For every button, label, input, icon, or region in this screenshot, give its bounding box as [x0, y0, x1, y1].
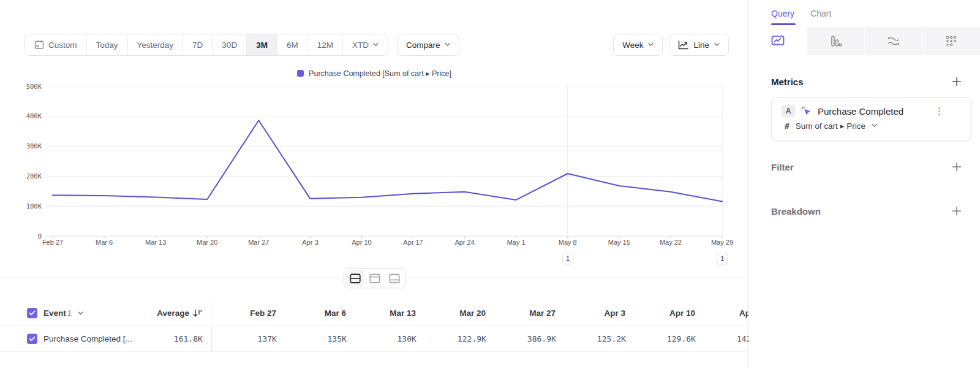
breakdown-label: Breakdown: [771, 206, 821, 217]
split-view-icon: [350, 274, 361, 283]
add-filter-button[interactable]: [952, 162, 962, 172]
annotation-badge[interactable]: 1: [717, 253, 728, 264]
svg-text:Apr 10: Apr 10: [352, 239, 371, 246]
annotation-badge[interactable]: 1: [562, 253, 573, 264]
table-header-row: Event1 Average Feb 27 Mar 6 Mar 13 Mar 2…: [0, 301, 748, 326]
cell-value: 122.9K: [421, 334, 491, 343]
svg-text:Mar 20: Mar 20: [197, 239, 217, 246]
svg-text:May 29: May 29: [711, 239, 733, 246]
date-range-custom[interactable]: Custom: [25, 34, 87, 55]
date-range-7d[interactable]: 7D: [183, 34, 213, 55]
svg-text:Feb 27: Feb 27: [42, 239, 63, 246]
svg-text:Apr 17: Apr 17: [403, 239, 423, 246]
metric-aggregation-dropdown[interactable]: # Sum of cart ▸ Price: [782, 121, 961, 131]
layout-table-only-button[interactable]: [385, 270, 404, 286]
cell-value: 142.4K: [701, 334, 748, 343]
cell-value: 129.6K: [631, 334, 701, 343]
chevron-down-icon: [714, 43, 720, 47]
cell-value: 130K: [352, 334, 421, 343]
layout-toggle-group: [344, 268, 406, 288]
report-main-panel: Custom Today Yesterday 7D 30D 3M 6M 12M …: [0, 0, 748, 368]
check-icon: [29, 336, 36, 342]
column-header[interactable]: Mar 13: [351, 309, 421, 318]
add-metric-button[interactable]: [952, 77, 962, 86]
table-row[interactable]: Purchase Completed [... 161.8K 137K 135K…: [0, 326, 748, 352]
svg-text:Apr 24: Apr 24: [454, 239, 474, 246]
chart-type-insights-button[interactable]: [749, 27, 807, 55]
svg-text:Mar 27: Mar 27: [248, 239, 269, 246]
query-builder-panel: Query Chart: [748, 0, 980, 368]
tab-query[interactable]: Query: [771, 0, 794, 27]
panel-tabs: Query Chart: [749, 0, 980, 27]
metrics-title: Metrics: [771, 77, 804, 87]
cell-value: 137K: [212, 334, 282, 343]
metric-card[interactable]: A Purchase Completed ⋮ # Sum of cart ▸ P…: [771, 97, 971, 141]
column-header[interactable]: Apr 10: [630, 309, 700, 318]
toolbar: Custom Today Yesterday 7D 30D 3M 6M 12M …: [24, 34, 729, 56]
filter-section: Filter: [771, 157, 962, 177]
column-header[interactable]: Mar 20: [421, 309, 491, 318]
layout-chart-only-button[interactable]: [366, 270, 384, 286]
column-header[interactable]: Mar 6: [281, 309, 351, 318]
add-breakdown-button[interactable]: [952, 206, 962, 216]
metric-series-badge: A: [782, 105, 795, 117]
event-count: 1: [67, 309, 72, 318]
svg-text:500K: 500K: [26, 83, 42, 90]
granularity-dropdown[interactable]: Week: [613, 34, 663, 56]
breakdown-section: Breakdown: [771, 201, 962, 221]
row-checkbox[interactable]: [27, 334, 37, 344]
sort-descending-icon: [193, 309, 202, 318]
tab-chart[interactable]: Chart: [810, 0, 831, 27]
chart-type-funnels-button[interactable]: [807, 27, 865, 55]
date-range-xtd[interactable]: XTD: [343, 34, 388, 55]
chevron-down-icon: [872, 124, 877, 128]
flows-icon: [887, 35, 900, 47]
svg-text:May 22: May 22: [660, 239, 682, 246]
column-header[interactable]: Mar 27: [491, 309, 560, 318]
chevron-down-icon: [648, 43, 654, 47]
svg-text:May 1: May 1: [507, 239, 526, 246]
cell-value: 386.9K: [491, 334, 561, 343]
chevron-down-icon: [445, 43, 450, 47]
date-range-group: Custom Today Yesterday 7D 30D 3M 6M 12M …: [24, 34, 388, 56]
date-range-today[interactable]: Today: [87, 34, 128, 55]
date-range-12m[interactable]: 12M: [308, 34, 343, 55]
select-all-checkbox[interactable]: [27, 308, 37, 318]
line-chart-icon: [678, 40, 688, 50]
date-range-yesterday[interactable]: Yesterday: [128, 34, 184, 55]
event-column-header: Event1: [43, 309, 72, 318]
date-range-30d[interactable]: 30D: [213, 34, 247, 55]
chart-type-retention-button[interactable]: [922, 27, 980, 55]
column-header[interactable]: Feb 27: [211, 309, 281, 318]
line-chart-canvas: 0100K200K300K400K500KFeb 27Mar 6Mar 13Ma…: [0, 81, 748, 259]
event-sparkle-cursor-icon: [801, 105, 812, 117]
line-chart[interactable]: 0100K200K300K400K500KFeb 27Mar 6Mar 13Ma…: [0, 81, 748, 272]
chart-type-dropdown[interactable]: Line: [669, 34, 729, 56]
date-range-label: Custom: [48, 40, 77, 50]
average-column-header[interactable]: Average: [132, 301, 211, 326]
compare-button[interactable]: Compare: [397, 34, 460, 56]
chevron-down-icon[interactable]: [78, 312, 83, 315]
date-range-6m[interactable]: 6M: [277, 34, 308, 55]
svg-text:200K: 200K: [26, 172, 42, 180]
row-average-value: 161.8K: [174, 334, 203, 343]
cell-value: 135K: [282, 334, 352, 343]
metric-options-button[interactable]: ⋮: [935, 107, 944, 115]
chart-type-flows-button[interactable]: [864, 27, 922, 55]
table-only-icon: [389, 274, 400, 283]
number-icon: #: [785, 121, 790, 131]
svg-text:100K: 100K: [26, 202, 42, 210]
chart-only-icon: [369, 274, 380, 283]
retention-dots-icon: [945, 35, 957, 47]
column-header[interactable]: Apr 3: [560, 309, 630, 318]
date-range-3m[interactable]: 3M: [247, 34, 277, 55]
svg-text:Mar 13: Mar 13: [145, 239, 166, 246]
layout-split-view-button[interactable]: [346, 270, 364, 286]
calendar-icon: [34, 40, 44, 50]
chart-legend: Purchase Completed [Sum of cart ▸ Price]: [0, 69, 748, 78]
funnel-bars-icon: [829, 35, 842, 47]
svg-text:May 15: May 15: [608, 239, 630, 246]
check-icon: [29, 310, 36, 316]
insights-line-icon: [771, 35, 785, 47]
column-header[interactable]: Apr 17: [700, 309, 748, 318]
